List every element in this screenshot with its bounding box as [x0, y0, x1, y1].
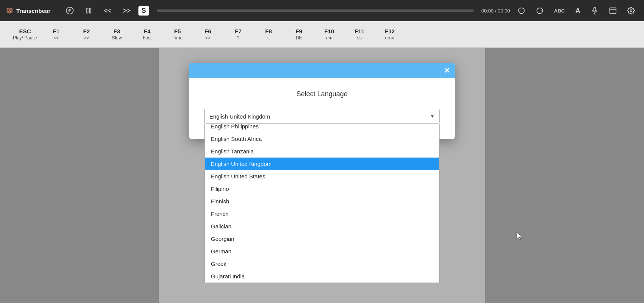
- svg-rect-4: [594, 8, 596, 11]
- app-logo: 🐻: [6, 7, 13, 14]
- dropdown-item[interactable]: French: [205, 208, 439, 220]
- app-brand: 🐻 Transcribear: [6, 7, 50, 14]
- modal-body: Select Language English United Kingdom ▼…: [189, 78, 455, 139]
- svg-rect-7: [610, 8, 616, 14]
- dropdown-list[interactable]: English GhanaEnglish New ZealandEnglish …: [205, 124, 439, 283]
- redo-button[interactable]: [533, 5, 547, 16]
- app-name: Transcribear: [16, 8, 50, 14]
- shortcut-item-f11: F11str: [344, 28, 375, 41]
- shortcut-item-f6: F6<>: [193, 28, 223, 41]
- modal-header: ✕: [189, 63, 455, 78]
- cursor: [515, 232, 523, 242]
- toolbar: 🐻 Transcribear S 00:00 / 00:00 A: [0, 0, 644, 21]
- shortcut-item-f10: F10em: [314, 28, 344, 41]
- shortcut-item-f1: F1<<: [41, 28, 71, 41]
- shortcut-label: Slow: [112, 35, 122, 41]
- dropdown-item[interactable]: English South Africa: [205, 133, 439, 145]
- fast-forward-button[interactable]: [119, 5, 134, 16]
- shortcut-label: Time: [173, 35, 182, 41]
- dropdown-item[interactable]: English United Kingdom: [205, 158, 439, 170]
- shortcut-bar: ESCPlay/ PauseF1<<F2>>F3SlowF4FastF5Time…: [0, 21, 644, 48]
- shortcut-key: F4: [144, 28, 151, 34]
- shortcut-label: DE: [296, 35, 302, 41]
- shortcut-label: error: [385, 35, 394, 41]
- select-arrow-icon: ▼: [430, 114, 435, 119]
- s-button-label: S: [141, 7, 146, 14]
- modal-close-button[interactable]: ✕: [444, 67, 450, 74]
- font-button[interactable]: A: [572, 5, 583, 16]
- shortcut-label: Play/ Pause: [13, 35, 37, 41]
- mic-button[interactable]: [588, 5, 602, 16]
- dropdown-item[interactable]: Gujarati India: [205, 270, 439, 283]
- language-modal: ✕ Select Language English United Kingdom…: [189, 63, 455, 139]
- shortcut-key: F2: [83, 28, 90, 34]
- language-select[interactable]: English United Kingdom ▼: [204, 109, 440, 124]
- shortcut-item-f5: F5Time: [162, 28, 193, 41]
- dropdown-item[interactable]: German: [205, 245, 439, 258]
- document-area: ✕ Select Language English United Kingdom…: [159, 48, 485, 303]
- layout-button[interactable]: [606, 5, 620, 16]
- shortcut-key: F3: [113, 28, 120, 34]
- spellcheck-label: ABC: [554, 8, 565, 14]
- dropdown-item[interactable]: English Philippines: [205, 124, 439, 133]
- shortcut-label: <<: [53, 35, 59, 41]
- shortcut-label: str: [357, 35, 362, 41]
- shortcut-item-f7: F7?: [223, 28, 253, 41]
- svg-rect-3: [90, 8, 91, 13]
- shortcut-key: F11: [355, 28, 364, 34]
- dropdown-item[interactable]: Galician: [205, 220, 439, 233]
- dropdown-item[interactable]: English United States: [205, 170, 439, 183]
- modal-title: Select Language: [204, 90, 440, 98]
- shortcut-key: ESC: [19, 28, 31, 34]
- shortcut-key: F5: [174, 28, 181, 34]
- svg-point-9: [630, 10, 632, 12]
- selected-language-label: English United Kingdom: [209, 113, 270, 120]
- rewind-button[interactable]: [101, 5, 115, 16]
- shortcut-key: F1: [53, 28, 60, 34]
- undo-button[interactable]: [515, 5, 528, 16]
- shortcut-item-f2: F2>>: [71, 28, 102, 41]
- time-display: 00:00 / 00:00: [481, 8, 510, 14]
- shortcut-item-f9: F9DE: [284, 28, 314, 41]
- main-area: ✕ Select Language English United Kingdom…: [0, 48, 644, 303]
- shortcut-key: F7: [235, 28, 242, 34]
- dropdown-item[interactable]: Greek: [205, 258, 439, 270]
- shortcut-key: F12: [385, 28, 395, 34]
- language-select-wrapper: English United Kingdom ▼ English GhanaEn…: [204, 109, 440, 124]
- shortcut-label: ?: [237, 35, 240, 41]
- svg-rect-2: [87, 8, 88, 13]
- modal-overlay[interactable]: ✕ Select Language English United Kingdom…: [159, 48, 485, 303]
- shortcut-item-f8: F8it: [253, 28, 284, 41]
- upload-button[interactable]: [63, 5, 77, 16]
- shortcut-label: >>: [84, 35, 89, 41]
- shortcut-item-f4: F4Fast: [132, 28, 162, 41]
- play-pause-button[interactable]: [82, 5, 96, 16]
- shortcut-label: it: [267, 35, 270, 41]
- shortcut-label: Fast: [143, 35, 151, 41]
- dropdown-item[interactable]: Georgian: [205, 233, 439, 245]
- shortcut-key: F8: [265, 28, 272, 34]
- settings-button[interactable]: [624, 5, 638, 16]
- language-dropdown: English GhanaEnglish New ZealandEnglish …: [204, 124, 440, 283]
- dropdown-item[interactable]: Finnish: [205, 195, 439, 208]
- shortcut-key: F6: [204, 28, 211, 34]
- shortcut-item-f3: F3Slow: [102, 28, 132, 41]
- shortcut-key: F10: [324, 28, 334, 34]
- shortcut-item-esc: ESCPlay/ Pause: [9, 28, 41, 41]
- dropdown-item[interactable]: Filipino: [205, 183, 439, 195]
- shortcut-label: em: [326, 35, 333, 41]
- shortcut-key: F9: [295, 28, 302, 34]
- s-button[interactable]: S: [138, 6, 149, 16]
- progress-bar[interactable]: [157, 9, 474, 12]
- shortcut-item-f12: F12error: [375, 28, 405, 41]
- spellcheck-button[interactable]: ABC: [551, 6, 568, 15]
- dropdown-item[interactable]: English Tanzania: [205, 145, 439, 158]
- shortcut-label: <>: [205, 35, 210, 41]
